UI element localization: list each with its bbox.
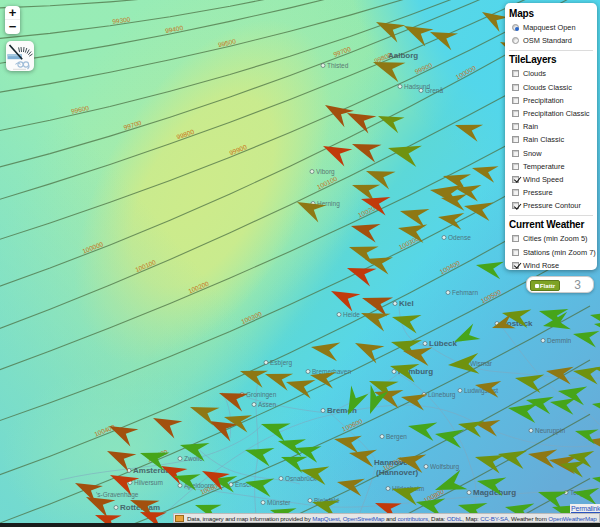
- svg-text:Demmin: Demmin: [547, 337, 572, 344]
- svg-text:Assen: Assen: [258, 401, 276, 408]
- svg-text:Groningen: Groningen: [246, 391, 277, 399]
- svg-text:Esbjerg: Esbjerg: [270, 359, 292, 367]
- svg-text:Kiel: Kiel: [399, 299, 414, 308]
- svg-text:Odense: Odense: [448, 234, 471, 241]
- svg-text:Heide: Heide: [343, 311, 360, 318]
- svg-text:Wolfsburg: Wolfsburg: [430, 463, 460, 471]
- svg-text:Viborg: Viborg: [316, 168, 335, 176]
- svg-text:Bergen: Bergen: [386, 433, 407, 441]
- svg-text:Thisted: Thisted: [327, 62, 349, 69]
- svg-text:Münster: Münster: [267, 499, 291, 506]
- svg-text:Neuruppin: Neuruppin: [535, 427, 565, 435]
- svg-text:Grenå: Grenå: [425, 87, 443, 94]
- svg-text:Lübeck: Lübeck: [429, 339, 458, 348]
- svg-text:Fehmarn: Fehmarn: [452, 289, 478, 296]
- svg-text:Aalborg: Aalborg: [388, 51, 418, 60]
- svg-text:Lüneburg: Lüneburg: [428, 391, 456, 399]
- svg-text:'s-Gravenhage: 's-Gravenhage: [96, 491, 139, 499]
- svg-text:Wismar: Wismar: [470, 360, 493, 367]
- svg-text:(Hannover): (Hannover): [376, 468, 419, 477]
- svg-text:Hilversum: Hilversum: [134, 479, 163, 486]
